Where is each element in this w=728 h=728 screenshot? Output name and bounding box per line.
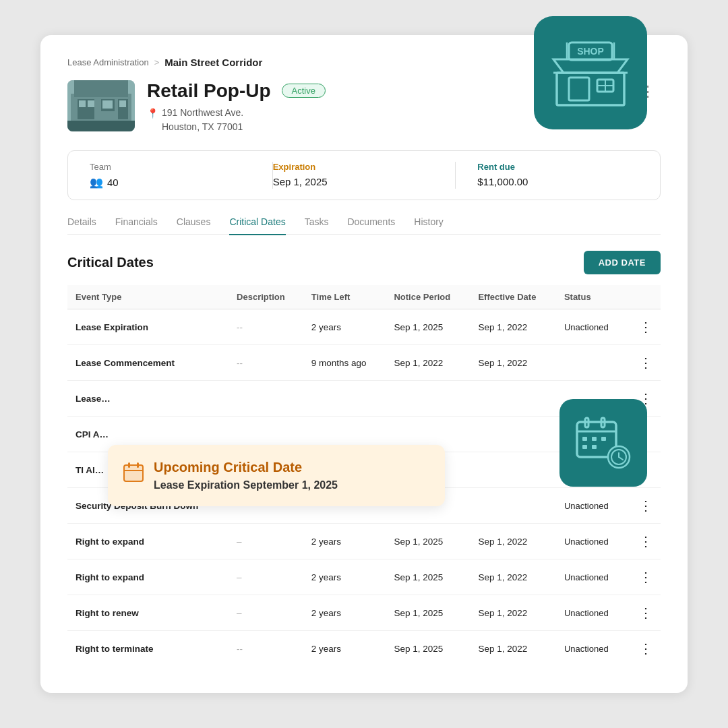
upcoming-critical-date-tooltip: Upcoming Critical Date Lease Expiration … [108, 445, 445, 506]
svg-rect-20 [124, 465, 143, 481]
cell-effective-date: Sep 1, 2022 [470, 309, 555, 345]
col-actions [626, 285, 661, 309]
cell-effective-date: Sep 1, 2022 [470, 595, 555, 631]
rent-label: Rent due [477, 162, 638, 172]
cell-status: Unactioned [556, 488, 626, 524]
table-row: Lease Commencement -- 9 months ago Sep 1… [67, 345, 661, 381]
tab-clauses[interactable]: Clauses [177, 216, 211, 235]
cell-notice-period: Sep 1, 2025 [386, 524, 470, 559]
svg-rect-15 [67, 121, 135, 131]
team-label: Team [90, 162, 251, 172]
cell-time-left: 2 years [303, 595, 386, 631]
svg-rect-31 [601, 437, 606, 441]
col-time-left: Time Left [303, 285, 386, 309]
cell-notice-period: Sep 1, 2025 [386, 559, 470, 595]
info-bar: Team 👥 40 Expiration Sep 1, 2025 Rent du… [67, 150, 661, 200]
svg-rect-1 [569, 78, 589, 100]
cell-event-type: Lease… [67, 381, 229, 417]
cell-status: Unactioned [556, 631, 626, 667]
cell-description: -- [229, 309, 303, 345]
location-icon: 📍 [147, 107, 158, 121]
cell-status: Unactioned [556, 595, 626, 631]
col-status: Status [556, 285, 626, 309]
svg-rect-29 [582, 437, 587, 441]
address-line1: 191 Northwest Ave. [162, 106, 243, 120]
expiration-label: Expiration [273, 162, 434, 172]
breadcrumb-parent[interactable]: Lease Administration [67, 57, 149, 67]
cell-time-left: 2 years [303, 631, 386, 667]
cell-event-type: Right to expand [67, 559, 229, 595]
cell-effective-date [470, 488, 555, 524]
cell-time-left: 9 months ago [303, 345, 386, 381]
cell-notice-period: Sep 1, 2025 [386, 309, 470, 345]
row-more-button[interactable]: ⋮ [626, 524, 661, 559]
tooltip-calendar-icon [123, 461, 144, 487]
row-more-button[interactable]: ⋮ [626, 345, 661, 381]
team-value: 👥 40 [90, 176, 251, 189]
cell-notice-period: Sep 1, 2025 [386, 595, 470, 631]
cell-status: Unactioned [556, 524, 626, 559]
row-more-button[interactable]: ⋮ [626, 309, 661, 345]
cell-status [556, 345, 626, 381]
tooltip-body: Lease Expiration September 1, 2025 [154, 479, 338, 491]
svg-rect-17 [88, 100, 94, 107]
svg-rect-32 [582, 445, 587, 449]
expiration-value: Sep 1, 2025 [273, 176, 434, 187]
property-name: Retail Pop-Up [147, 80, 271, 102]
cell-effective-date: Sep 1, 2022 [470, 524, 555, 559]
cell-effective-date: Sep 1, 2022 [470, 345, 555, 381]
row-more-button[interactable]: ⋮ [626, 559, 661, 595]
tooltip-title: Upcoming Critical Date [154, 460, 338, 475]
row-more-button[interactable]: ⋮ [626, 595, 661, 631]
cell-description: – [229, 524, 303, 559]
cell-description [229, 381, 303, 417]
tab-details[interactable]: Details [67, 216, 96, 235]
cell-event-type: Lease Commencement [67, 345, 229, 381]
cell-notice-period [386, 381, 470, 417]
status-badge: Active [282, 84, 326, 98]
tab-tasks[interactable]: Tasks [305, 216, 329, 235]
table-row: Right to renew – 2 years Sep 1, 2025 Sep… [67, 595, 661, 631]
table-row: Lease Expiration -- 2 years Sep 1, 2025 … [67, 309, 661, 345]
cell-status: Unactioned [556, 309, 626, 345]
breadcrumb-current: Main Street Corridor [164, 57, 262, 68]
calendar-icon-overlay [559, 399, 647, 487]
cell-effective-date: Sep 1, 2022 [470, 631, 555, 667]
row-more-button[interactable]: ⋮ [626, 631, 661, 667]
svg-rect-33 [592, 445, 597, 449]
section-header: Critical Dates ADD DATE [67, 251, 661, 274]
shop-icon: SHOP [534, 16, 647, 129]
expiration-info: Expiration Sep 1, 2025 [273, 162, 456, 189]
main-card: SHOP Lease Administration > Main Street … [40, 35, 688, 694]
cell-description: -- [229, 631, 303, 667]
cell-effective-date [470, 381, 555, 417]
svg-rect-18 [102, 100, 113, 109]
col-description: Description [229, 285, 303, 309]
cell-effective-date: Sep 1, 2022 [470, 559, 555, 595]
address-line2: Houston, TX 77001 [162, 120, 243, 134]
row-more-button[interactable]: ⋮ [626, 488, 661, 524]
svg-rect-11 [74, 80, 128, 97]
cell-time-left: 2 years [303, 559, 386, 595]
col-effective-date: Effective Date [470, 285, 555, 309]
tab-financials[interactable]: Financials [115, 216, 158, 235]
section-title: Critical Dates [67, 255, 154, 270]
add-date-button[interactable]: ADD DATE [584, 251, 661, 274]
cell-description: – [229, 559, 303, 595]
tab-history[interactable]: History [414, 216, 444, 235]
cell-effective-date [470, 452, 555, 488]
tab-documents[interactable]: Documents [347, 216, 395, 235]
cell-effective-date [470, 417, 555, 452]
table-row: Right to expand – 2 years Sep 1, 2025 Se… [67, 559, 661, 595]
cell-event-type: Right to terminate [67, 631, 229, 667]
cell-event-type: Right to expand [67, 524, 229, 559]
svg-text:SHOP: SHOP [577, 46, 604, 57]
svg-rect-19 [119, 100, 126, 107]
cell-event-type: Right to renew [67, 595, 229, 631]
tab-critical-dates[interactable]: Critical Dates [229, 216, 285, 235]
team-info: Team 👥 40 [90, 162, 273, 189]
cell-event-type: Lease Expiration [67, 309, 229, 345]
tooltip-content: Upcoming Critical Date Lease Expiration … [154, 460, 338, 491]
table-row: Right to terminate -- 2 years Sep 1, 202… [67, 631, 661, 667]
cell-time-left: 2 years [303, 524, 386, 559]
